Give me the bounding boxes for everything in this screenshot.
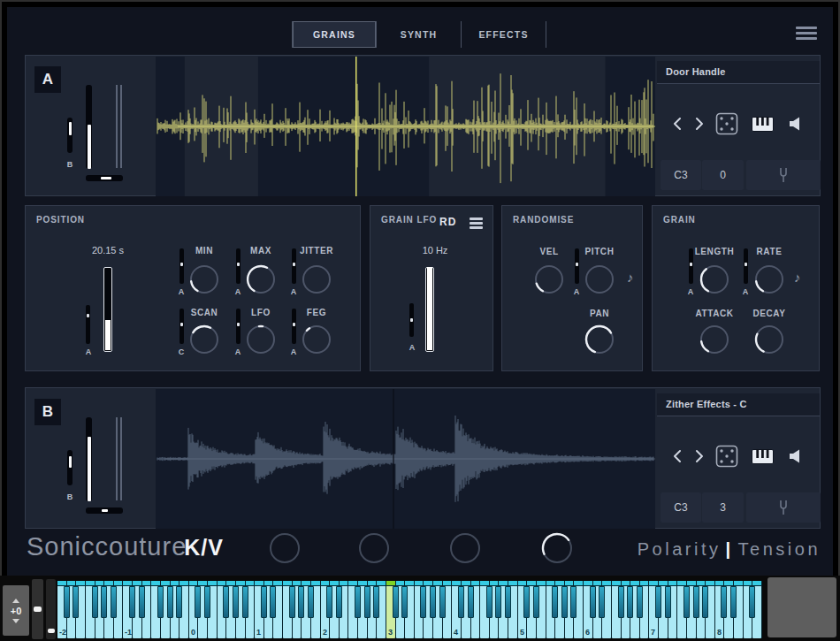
piano-key-black[interactable] — [561, 586, 568, 618]
tab-synth[interactable]: SYNTH — [377, 21, 462, 48]
piano-key-black[interactable] — [223, 586, 229, 618]
piano-key-black[interactable] — [693, 586, 699, 618]
random-sample-dice-icon[interactable] — [715, 112, 738, 135]
keyboard-map-icon[interactable] — [752, 117, 774, 132]
knob-decay[interactable] — [753, 324, 785, 355]
piano-key-black[interactable] — [73, 586, 79, 618]
piano-key-black[interactable] — [665, 586, 671, 618]
transpose-control[interactable]: +0 — [3, 585, 29, 636]
macro-knob-1[interactable] — [268, 531, 302, 565]
piano-key-black[interactable] — [655, 586, 661, 618]
piano-key-black[interactable] — [458, 586, 464, 618]
tune-button[interactable] — [746, 160, 821, 190]
layer-mini-fader[interactable] — [67, 450, 73, 485]
piano-key-black[interactable] — [204, 586, 210, 618]
transpose-button[interactable]: 3 — [702, 492, 744, 523]
knob-max[interactable] — [245, 263, 277, 295]
next-sample-icon[interactable] — [693, 449, 704, 463]
macro-knob-2[interactable] — [357, 531, 391, 565]
tab-grains[interactable]: GRAINS — [292, 21, 377, 48]
knob-jitter[interactable] — [301, 263, 332, 295]
mod-slider-scan[interactable] — [179, 309, 184, 344]
lfo-menu-icon[interactable] — [470, 217, 483, 229]
piano-keyboard[interactable]: -2-1012345678 — [57, 581, 762, 638]
random-sample-dice-icon[interactable] — [715, 445, 738, 468]
knob-pan[interactable] — [584, 324, 615, 355]
playhead-cursor[interactable] — [355, 57, 357, 196]
waveform-display-a[interactable] — [156, 57, 655, 196]
mod-slider-max[interactable] — [236, 248, 241, 284]
mod-slider-min[interactable] — [179, 248, 184, 284]
layer-volume-fader[interactable] — [86, 85, 92, 169]
position-fader[interactable] — [103, 267, 112, 352]
next-sample-icon[interactable] — [693, 117, 704, 131]
knob-attack[interactable] — [699, 324, 730, 355]
rate-sync-note-icon[interactable]: ♪ — [794, 270, 812, 285]
piano-key-black[interactable] — [101, 586, 107, 618]
keyboard-map-icon[interactable] — [752, 449, 774, 464]
piano-key-black[interactable] — [702, 586, 708, 618]
mod-slider-rate[interactable] — [744, 248, 748, 284]
prev-sample-icon[interactable] — [673, 449, 683, 463]
piano-key-black[interactable] — [420, 586, 426, 618]
piano-key-black[interactable] — [637, 586, 643, 618]
piano-key-black[interactable] — [233, 586, 239, 618]
piano-key-black[interactable] — [242, 586, 248, 618]
lfo-rate-fader[interactable] — [425, 267, 434, 352]
audition-speaker-icon[interactable] — [788, 448, 806, 464]
piano-key-black[interactable] — [683, 586, 690, 618]
piano-key-black[interactable] — [505, 586, 511, 618]
piano-key-black[interactable] — [590, 586, 596, 618]
knob-length[interactable] — [699, 263, 730, 295]
piano-key-black[interactable] — [468, 586, 474, 618]
knob-pitch[interactable] — [584, 263, 615, 295]
main-menu-icon[interactable] — [796, 27, 817, 40]
piano-key-black[interactable] — [401, 586, 408, 618]
piano-key-black[interactable] — [355, 586, 361, 618]
piano-key-black[interactable] — [749, 586, 755, 618]
piano-key-black[interactable] — [523, 586, 530, 618]
transpose-button[interactable]: 0 — [702, 160, 744, 190]
piano-key-black[interactable] — [570, 586, 577, 618]
mod-slider-length[interactable] — [689, 248, 693, 284]
piano-key-black[interactable] — [129, 586, 135, 618]
piano-key-black[interactable] — [270, 586, 276, 618]
prev-sample-icon[interactable] — [673, 117, 683, 131]
piano-key-black[interactable] — [495, 586, 501, 618]
piano-key-black[interactable] — [393, 586, 399, 618]
piano-key-black[interactable] — [195, 586, 201, 618]
waveform-display-b[interactable] — [156, 389, 655, 529]
mod-slider-jitter[interactable] — [292, 248, 296, 284]
piano-key-black[interactable] — [92, 586, 98, 618]
piano-key-black[interactable] — [373, 586, 379, 618]
piano-key-black[interactable] — [430, 586, 436, 618]
piano-key-black[interactable] — [139, 586, 145, 618]
piano-key-black[interactable] — [308, 586, 314, 618]
piano-key-black[interactable] — [730, 586, 737, 618]
transpose-down-icon[interactable] — [12, 619, 19, 623]
position-mod-slider[interactable] — [86, 305, 90, 344]
root-key-button[interactable]: C3 — [661, 492, 701, 523]
piano-key-black[interactable] — [157, 586, 164, 618]
transpose-up-icon[interactable] — [12, 599, 19, 603]
pan-slider[interactable] — [86, 175, 123, 181]
piano-key-black[interactable] — [721, 586, 727, 618]
piano-key-black[interactable] — [261, 586, 267, 618]
piano-key-black[interactable] — [439, 586, 446, 618]
macro-knob-3[interactable] — [448, 531, 482, 565]
piano-key-black[interactable] — [552, 586, 558, 618]
mod-slider-feg[interactable] — [292, 309, 296, 344]
pan-slider-handle[interactable] — [102, 509, 108, 512]
knob-scan[interactable] — [188, 324, 220, 355]
piano-key-black[interactable] — [167, 586, 173, 618]
audition-speaker-icon[interactable] — [788, 116, 806, 132]
piano-key-black[interactable] — [326, 586, 332, 618]
mod-slider-lfo[interactable] — [236, 309, 241, 344]
scrollbar-handle[interactable] — [34, 607, 42, 612]
pan-slider-handle[interactable] — [101, 177, 111, 179]
scrollbar-handle[interactable] — [48, 629, 55, 633]
layer-volume-fader[interactable] — [86, 417, 92, 501]
piano-key-black[interactable] — [111, 586, 117, 618]
knob-lfo[interactable] — [245, 324, 277, 355]
layer-mini-fader[interactable] — [67, 118, 73, 153]
